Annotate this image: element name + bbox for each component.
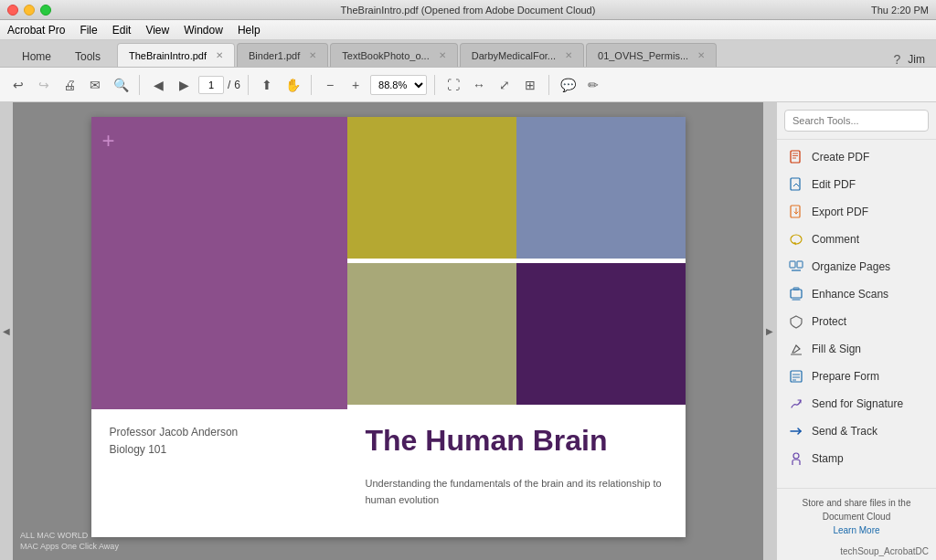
- tools-footer: Store and share files in the Document Cl…: [777, 488, 936, 544]
- tool-send-track[interactable]: Send & Track: [777, 417, 936, 445]
- tools-panel: Create PDF Edit PDF Export PDF Comment: [776, 102, 936, 560]
- nav-home-tools: Home Tools: [7, 47, 115, 67]
- zoom-out-button[interactable]: −: [319, 74, 341, 96]
- tool-comment[interactable]: Comment: [777, 226, 936, 253]
- tool-edit-pdf[interactable]: Edit PDF: [777, 171, 936, 198]
- fit-width-button[interactable]: ↔: [468, 74, 490, 96]
- right-panel-toggle[interactable]: ▶: [763, 102, 776, 560]
- page-total: 6: [234, 79, 240, 91]
- color-row-bottom: [347, 263, 686, 409]
- undo-button[interactable]: ↩: [7, 74, 29, 96]
- help-button[interactable]: ?: [894, 52, 901, 67]
- zoom-in-button[interactable]: +: [345, 74, 367, 96]
- window-title: TheBrainIntro.pdf (Opened from Adobe Doc…: [341, 5, 596, 16]
- prev-page-button[interactable]: ◀: [147, 74, 169, 96]
- page-bottom-right: The Human Brain Understanding the fundam…: [366, 424, 667, 508]
- tools-search-area: [777, 102, 936, 140]
- tool-send-track-label: Send & Track: [812, 425, 878, 438]
- draw-button[interactable]: ✏: [582, 74, 604, 96]
- maximize-button[interactable]: [40, 5, 51, 16]
- zoom-select[interactable]: 88.8% 50% 75% 100% 125% 150% 200%: [370, 75, 427, 95]
- tool-protect[interactable]: Protect: [777, 308, 936, 335]
- tab-binder[interactable]: Binder1.pdf ✕: [237, 43, 328, 67]
- separator-2: [248, 75, 249, 95]
- separator-5: [548, 75, 549, 95]
- organize-icon: [788, 259, 804, 275]
- redo-button[interactable]: ↪: [33, 74, 55, 96]
- separator-3: [311, 75, 312, 95]
- separator-1: [139, 75, 140, 95]
- minimize-button[interactable]: [24, 5, 35, 16]
- tan-block: [347, 263, 516, 405]
- menu-help[interactable]: Help: [238, 24, 261, 37]
- tools-footer-link[interactable]: Learn More: [833, 525, 879, 535]
- menu-view[interactable]: View: [145, 24, 169, 37]
- send-signature-icon: [788, 396, 804, 412]
- tab-home[interactable]: Home: [11, 47, 62, 67]
- tab-textbook[interactable]: TextBookPhoto_o... ✕: [330, 43, 457, 67]
- tool-send-signature-label: Send for Signature: [812, 397, 903, 410]
- next-page-button[interactable]: ▶: [173, 74, 195, 96]
- tab-tools[interactable]: Tools: [64, 47, 112, 67]
- tools-search-input[interactable]: [784, 110, 929, 132]
- print-button[interactable]: 🖨: [58, 74, 80, 96]
- tool-stamp-label: Stamp: [812, 452, 844, 465]
- dark-purple-block: [516, 263, 686, 405]
- tab-close-binder[interactable]: ✕: [309, 50, 316, 60]
- close-button[interactable]: [7, 5, 18, 16]
- select-tool[interactable]: ⬆: [256, 74, 278, 96]
- tool-export-pdf-label: Export PDF: [812, 206, 868, 218]
- tab-ovhs[interactable]: 01_OVHS_Permis... ✕: [586, 43, 717, 67]
- blue-block: [516, 117, 686, 259]
- email-button[interactable]: ✉: [84, 74, 106, 96]
- hand-tool[interactable]: ✋: [282, 74, 303, 96]
- time-display: Thu 2:20 PM: [871, 5, 929, 16]
- menu-file[interactable]: File: [80, 24, 97, 37]
- menu-window[interactable]: Window: [184, 24, 223, 37]
- watermark-line1: ALL MAC WORLD: [20, 530, 119, 542]
- main-area: ◀ +: [0, 102, 936, 560]
- rotate-button[interactable]: ⤢: [494, 74, 516, 96]
- tool-send-signature[interactable]: Send for Signature: [777, 390, 936, 417]
- menu-acrobat[interactable]: Acrobat Pro: [7, 24, 65, 37]
- fill-sign-icon: [788, 341, 804, 357]
- enhance-scans-icon: [788, 286, 804, 302]
- tool-prepare-form-label: Prepare Form: [812, 370, 879, 383]
- menu-edit[interactable]: Edit: [112, 24, 132, 37]
- tab-darby[interactable]: DarbyMedicalFor... ✕: [460, 43, 584, 67]
- tool-edit-pdf-label: Edit PDF: [812, 178, 856, 191]
- left-panel-toggle[interactable]: ◀: [0, 102, 13, 560]
- comment-button[interactable]: 💬: [557, 74, 579, 96]
- tool-fill-sign[interactable]: Fill & Sign: [777, 335, 936, 363]
- separator-4: [434, 75, 435, 95]
- tool-create-pdf[interactable]: Create PDF: [777, 143, 936, 171]
- search-button[interactable]: 🔍: [110, 74, 132, 96]
- create-pdf-icon: [788, 149, 804, 165]
- page-input[interactable]: [198, 76, 224, 94]
- crop-button[interactable]: ⊞: [519, 74, 541, 96]
- svg-rect-11: [793, 288, 799, 290]
- doc-viewer: + Professor Jacob Anderson: [13, 102, 763, 560]
- svg-rect-7: [790, 261, 795, 268]
- user-menu[interactable]: Jim: [908, 53, 925, 66]
- plus-icon: +: [102, 128, 115, 153]
- traffic-lights: [7, 5, 51, 16]
- tool-organize[interactable]: Organize Pages: [777, 253, 936, 280]
- tools-list: Create PDF Edit PDF Export PDF Comment: [777, 140, 936, 488]
- tool-prepare-form[interactable]: Prepare Form: [777, 363, 936, 390]
- tab-close-ovhs[interactable]: ✕: [697, 50, 705, 60]
- tab-close-darby[interactable]: ✕: [565, 50, 572, 60]
- svg-rect-0: [791, 151, 800, 163]
- export-pdf-icon: [788, 204, 804, 220]
- professor-name: Professor Jacob Anderson Biology 101: [110, 424, 347, 459]
- tab-brainintro[interactable]: TheBrainIntro.pdf ✕: [117, 43, 235, 67]
- pdf-page: + Professor Jacob Anderson: [91, 117, 686, 537]
- tab-close-brainintro[interactable]: ✕: [216, 50, 223, 60]
- fit-page-button[interactable]: ⛶: [442, 74, 464, 96]
- svg-rect-5: [791, 206, 800, 217]
- tool-export-pdf[interactable]: Export PDF: [777, 198, 936, 226]
- yellow-block: [347, 117, 516, 259]
- tool-enhance-scans[interactable]: Enhance Scans: [777, 280, 936, 308]
- tool-stamp[interactable]: Stamp: [777, 445, 936, 472]
- tab-close-textbook[interactable]: ✕: [439, 50, 446, 60]
